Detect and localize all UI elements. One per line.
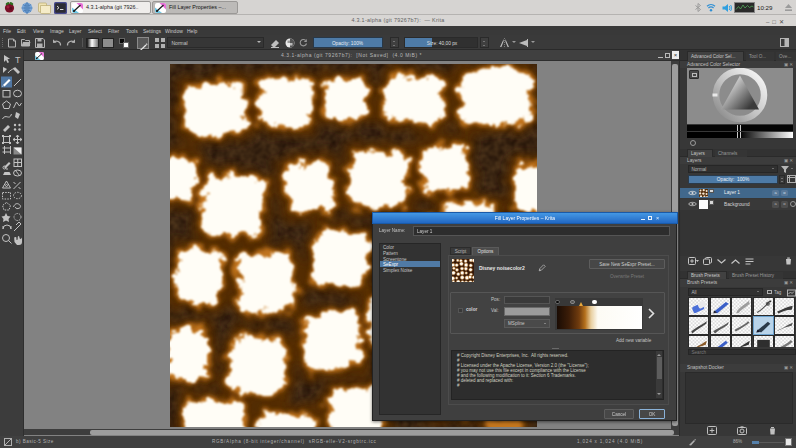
- svg-text:T: T: [15, 55, 21, 65]
